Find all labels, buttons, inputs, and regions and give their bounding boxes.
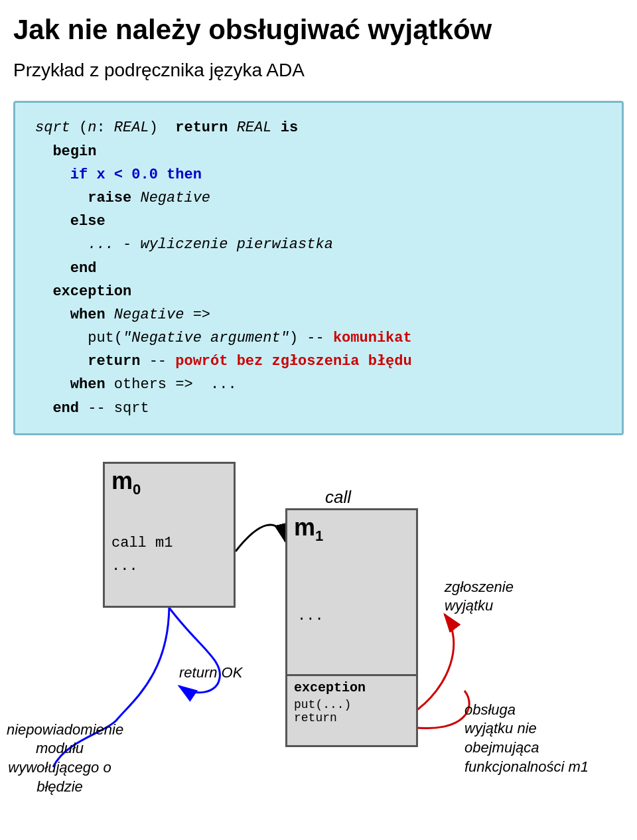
- code-line-4: raise Negative: [35, 186, 602, 210]
- m0-label: m0: [111, 467, 141, 498]
- m0-dots: ...: [111, 558, 138, 575]
- code-block: sqrt (n: REAL) return REAL is begin if x…: [13, 101, 624, 435]
- put-line: put(...): [294, 698, 351, 711]
- exception-box: exception put(...) return: [285, 674, 418, 747]
- code-line-7: end: [35, 257, 602, 280]
- code-line-13: end -- sqrt: [35, 397, 602, 420]
- code-line-6: ... - wyliczenie pierwiastka: [35, 233, 602, 256]
- page-title: Jak nie należy obsługiwać wyjątków: [0, 0, 637, 53]
- m1-label: m1: [294, 514, 323, 545]
- code-line-1: sqrt (n: REAL) return REAL is: [35, 116, 602, 139]
- code-line-9: when Negative =>: [35, 303, 602, 326]
- call-label: call: [325, 487, 351, 508]
- subtitle: Przykład z podręcznika języka ADA: [0, 53, 637, 94]
- code-line-3: if x < 0.0 then: [35, 163, 602, 186]
- ann-return-ok: return OK: [179, 664, 242, 681]
- code-line-12: when others => ...: [35, 373, 602, 396]
- ann-zgloszenie: zgłoszenie wyjątku: [445, 578, 514, 616]
- code-line-10: put("Negative argument") -- komunikat: [35, 326, 602, 350]
- diagram: m0 call m1 ... call m1 ... exception put…: [0, 455, 637, 813]
- code-line-5: else: [35, 210, 602, 233]
- m0-call-text: call m1: [111, 535, 173, 551]
- ann-obsluga: obsługa wyjątku nie obejmująca funkcjona…: [464, 701, 589, 776]
- return-line: return: [294, 711, 337, 725]
- code-line-2: begin: [35, 140, 602, 163]
- code-line-8: exception: [35, 280, 602, 303]
- exception-title: exception: [294, 680, 366, 695]
- m1-dots: ...: [297, 608, 324, 624]
- code-line-11: return -- powrót bez zgłoszenia błędu: [35, 350, 602, 373]
- ann-niep: niepowiadomienie modułu wywołującego o b…: [7, 721, 113, 796]
